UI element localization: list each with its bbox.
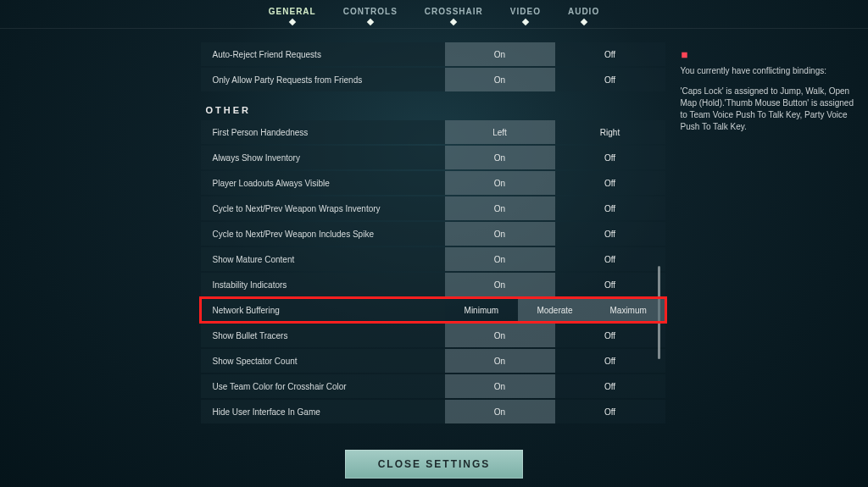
- option-off[interactable]: Off: [555, 374, 665, 398]
- option-group: On Off: [445, 349, 665, 373]
- setting-label: Show Bullet Tracers: [201, 324, 445, 347]
- option-group: Left Right: [445, 120, 665, 144]
- settings-tabs: GENERAL CONTROLS CROSSHAIR VIDEO AUDIO: [0, 0, 868, 29]
- setting-label: Hide User Interface In Game: [201, 400, 445, 423]
- option-group: On Off: [445, 400, 665, 423]
- option-group: On Off: [445, 196, 665, 220]
- option-group: On Off: [445, 171, 665, 195]
- option-off[interactable]: Off: [555, 273, 665, 296]
- setting-row-auto-reject: Auto-Reject Friend Requests On Off: [201, 42, 665, 66]
- option-on[interactable]: On: [445, 196, 555, 220]
- option-group: On Off: [445, 324, 665, 347]
- tab-indicator-icon: [289, 19, 296, 25]
- setting-row-teamcolor: Use Team Color for Crosshair Color On Of…: [201, 374, 665, 398]
- setting-label: Auto-Reject Friend Requests: [201, 42, 445, 66]
- option-on[interactable]: On: [445, 171, 555, 195]
- tab-indicator-icon: [367, 19, 374, 25]
- setting-row-loadouts: Player Loadouts Always Visible On Off: [201, 171, 665, 195]
- option-on[interactable]: On: [445, 374, 555, 398]
- setting-label: Network Buffering: [201, 298, 445, 322]
- setting-row-wraps: Cycle to Next/Prev Weapon Wraps Inventor…: [201, 196, 665, 220]
- option-on[interactable]: On: [445, 222, 555, 246]
- option-off[interactable]: Off: [555, 146, 665, 169]
- option-group: On Off: [445, 68, 665, 91]
- setting-row-hideui: Hide User Interface In Game On Off: [201, 400, 665, 423]
- option-left[interactable]: Left: [445, 120, 555, 144]
- option-group: On Off: [445, 42, 665, 66]
- setting-row-only-party: Only Allow Party Requests from Friends O…: [201, 68, 665, 91]
- warning-body: 'Caps Lock' is assigned to Jump, Walk, O…: [681, 86, 859, 133]
- option-maximum[interactable]: Maximum: [592, 298, 665, 322]
- tab-controls[interactable]: CONTROLS: [343, 7, 398, 21]
- tab-indicator-icon: [450, 19, 457, 25]
- tab-indicator-icon: [522, 19, 529, 25]
- setting-label: Show Spectator Count: [201, 349, 445, 373]
- option-on[interactable]: On: [445, 324, 555, 347]
- setting-label: Cycle to Next/Prev Weapon Wraps Inventor…: [201, 196, 445, 220]
- setting-row-handedness: First Person Handedness Left Right: [201, 120, 665, 144]
- setting-row-mature: Show Mature Content On Off: [201, 247, 665, 271]
- option-off[interactable]: Off: [555, 400, 665, 423]
- setting-label: Show Mature Content: [201, 247, 445, 271]
- tab-indicator-icon: [580, 19, 587, 25]
- tab-crosshair[interactable]: CROSSHAIR: [425, 7, 483, 21]
- option-off[interactable]: Off: [555, 196, 665, 220]
- warning-panel: ◆ You currently have conflicting binding…: [681, 42, 859, 443]
- option-group: On Off: [445, 273, 665, 296]
- option-group: On Off: [445, 222, 665, 246]
- option-off[interactable]: Off: [555, 68, 665, 91]
- option-off[interactable]: Off: [555, 324, 665, 347]
- tab-label: CROSSHAIR: [425, 7, 483, 16]
- option-group: On Off: [445, 146, 665, 169]
- option-on[interactable]: On: [445, 68, 555, 91]
- setting-label: Always Show Inventory: [201, 146, 445, 169]
- setting-label: Cycle to Next/Prev Weapon Includes Spike: [201, 222, 445, 246]
- tab-audio[interactable]: AUDIO: [568, 7, 599, 21]
- option-group: Minimum Moderate Maximum: [445, 298, 665, 322]
- option-right[interactable]: Right: [555, 120, 665, 144]
- close-settings-button[interactable]: CLOSE SETTINGS: [345, 450, 523, 479]
- option-on[interactable]: On: [445, 349, 555, 373]
- option-off[interactable]: Off: [555, 247, 665, 271]
- warning-heading: You currently have conflicting bindings:: [681, 65, 859, 77]
- tab-label: CONTROLS: [343, 7, 398, 16]
- setting-row-instability: Instability Indicators On Off: [201, 273, 665, 296]
- tab-general[interactable]: GENERAL: [269, 7, 316, 21]
- setting-row-spike: Cycle to Next/Prev Weapon Includes Spike…: [201, 222, 665, 246]
- setting-row-inventory: Always Show Inventory On Off: [201, 146, 665, 169]
- setting-row-spectator: Show Spectator Count On Off: [201, 349, 665, 373]
- option-on[interactable]: On: [445, 247, 555, 271]
- option-off[interactable]: Off: [555, 349, 665, 373]
- setting-row-tracers: Show Bullet Tracers On Off: [201, 324, 665, 347]
- tab-label: VIDEO: [510, 7, 541, 16]
- scrollbar-track: [658, 97, 660, 384]
- footer: CLOSE SETTINGS: [0, 450, 868, 479]
- option-group: On Off: [445, 374, 665, 398]
- section-header-other: OTHER: [206, 105, 665, 115]
- option-on[interactable]: On: [445, 146, 555, 169]
- option-moderate[interactable]: Moderate: [518, 298, 592, 322]
- setting-row-network-buffering: Network Buffering Minimum Moderate Maxim…: [201, 298, 665, 322]
- setting-label: Player Loadouts Always Visible: [201, 171, 445, 195]
- setting-label: Use Team Color for Crosshair Color: [201, 374, 445, 398]
- warning-icon: ◆: [676, 47, 692, 62]
- setting-label: Only Allow Party Requests from Friends: [201, 68, 445, 91]
- option-off[interactable]: Off: [555, 222, 665, 246]
- setting-label: Instability Indicators: [201, 273, 445, 296]
- tab-label: GENERAL: [269, 7, 316, 16]
- option-on[interactable]: On: [445, 273, 555, 296]
- settings-list: Auto-Reject Friend Requests On Off Only …: [201, 42, 665, 443]
- option-on[interactable]: On: [445, 42, 555, 66]
- setting-label: First Person Handedness: [201, 120, 445, 144]
- option-group: On Off: [445, 247, 665, 271]
- option-off[interactable]: Off: [555, 42, 665, 66]
- tab-label: AUDIO: [568, 7, 599, 16]
- option-minimum[interactable]: Minimum: [445, 298, 519, 322]
- tab-video[interactable]: VIDEO: [510, 7, 541, 21]
- option-off[interactable]: Off: [555, 171, 665, 195]
- option-on[interactable]: On: [445, 400, 555, 423]
- settings-main: Auto-Reject Friend Requests On Off Only …: [0, 42, 868, 443]
